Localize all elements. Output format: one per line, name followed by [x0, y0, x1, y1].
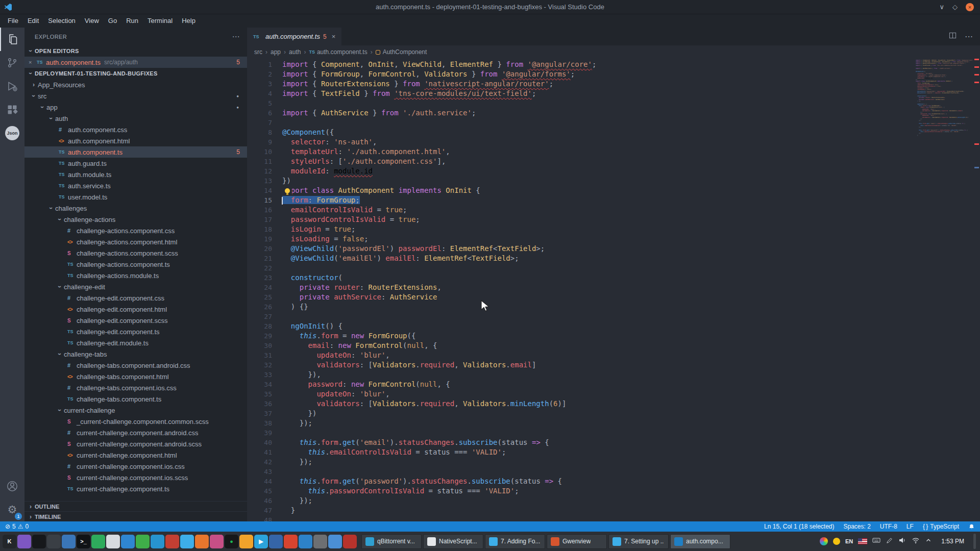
task-Gwenview[interactable]: Gwenview [547, 534, 607, 549]
problems-status[interactable]: ⊘ 5 ⚠ 0 [5, 523, 29, 530]
code-line-48[interactable]: 48 [247, 515, 914, 521]
tab-auth-component-ts[interactable]: TS auth.component.ts 5 × [247, 28, 341, 45]
notifications-bell-icon[interactable] [968, 523, 975, 530]
code-line-18[interactable]: 18 isLogin = true; [247, 224, 914, 234]
file-auth.module.ts[interactable]: TSauth.module.ts [24, 169, 247, 180]
menu-selection[interactable]: Selection [43, 14, 80, 28]
code-line-15[interactable]: 15 form: FormGroup; [247, 195, 914, 205]
code-line-29[interactable]: 29 this.form = new FormGroup({ [247, 331, 914, 341]
close-button[interactable]: × [966, 3, 974, 11]
code-line-4[interactable]: 4import { TextField } from 'tns-core-mod… [247, 89, 914, 98]
folder-App_Resources[interactable]: ›App_Resources [24, 79, 247, 90]
code-line-37[interactable]: 37 }) [247, 409, 914, 418]
code-line-38[interactable]: 38 }); [247, 418, 914, 428]
code-line-33[interactable]: 33 }), [247, 370, 914, 380]
code-line-10[interactable]: 10 templateUrl: './auth.component.html', [247, 147, 914, 157]
code-line-32[interactable]: 32 validators: [Validators.required, Val… [247, 360, 914, 370]
eol-status[interactable]: LF [906, 523, 914, 530]
us-flag-icon[interactable] [858, 538, 867, 544]
overview-ruler[interactable] [973, 59, 980, 521]
app-launcher-icon[interactable] [210, 535, 224, 548]
split-editor-icon[interactable] [949, 32, 957, 41]
file-auth.guard.ts[interactable]: TSauth.guard.ts [24, 158, 247, 169]
file-challenge-edit.component.html[interactable]: <>challenge-edit.component.html [24, 304, 247, 315]
app-launcher-icon[interactable] [151, 535, 164, 548]
indentation-status[interactable]: Spaces: 2 [843, 523, 870, 530]
app-launcher-icon[interactable] [165, 535, 179, 548]
menu-view[interactable]: View [80, 14, 104, 28]
extensions-icon[interactable] [0, 98, 24, 121]
code-line-12[interactable]: 12 moduleId: module.id [247, 166, 914, 176]
file-challenge-edit.module.ts[interactable]: TSchallenge-edit.module.ts [24, 337, 247, 348]
code-line-20[interactable]: 20 @ViewChild('passwordEl') passwordEl: … [247, 244, 914, 254]
code-line-46[interactable]: 46 }); [247, 496, 914, 506]
breadcrumb-src[interactable]: src [254, 48, 262, 56]
minimap[interactable]: import { Component, OnInit, ViewChild, E… [916, 60, 973, 138]
task-7. Setting up ..[interactable]: 7. Setting up .. [608, 534, 669, 549]
file-challenge-edit.component.css[interactable]: #challenge-edit.component.css [24, 292, 247, 304]
task-qBittorrent v...[interactable]: qBittorrent v... [361, 534, 422, 549]
code-line-40[interactable]: 40 this.form.get('email').statusChanges.… [247, 438, 914, 447]
file-current-challenge.component.ios.scss[interactable]: Scurrent-challenge.component.ios.scss [24, 472, 247, 483]
breadcrumb-AuthComponent[interactable]: AuthComponent [376, 48, 427, 56]
file-challenge-tabs.component.html[interactable]: <>challenge-tabs.component.html [24, 371, 247, 382]
kde-menu-icon[interactable]: K [3, 535, 16, 548]
source-control-icon[interactable] [0, 51, 24, 74]
kate-icon[interactable] [180, 535, 194, 548]
code-line-43[interactable]: 43 [247, 467, 914, 477]
code-line-30[interactable]: 30 email: new FormControl(null, { [247, 341, 914, 350]
menu-edit[interactable]: Edit [23, 14, 43, 28]
file-auth.component.html[interactable]: <>auth.component.html [24, 135, 247, 146]
code-line-13[interactable]: 13}) [247, 176, 914, 186]
app-launcher-icon[interactable] [121, 535, 135, 548]
minimize-button[interactable]: ∨ [939, 3, 944, 11]
code-line-41[interactable]: 41 this.emailControlIsValid = status ===… [247, 447, 914, 457]
code-line-3[interactable]: 3import { RouterExtensions } from 'nativ… [247, 79, 914, 89]
folder-auth[interactable]: ›auth [24, 113, 247, 124]
editor-more-actions-icon[interactable]: ⋯ [965, 32, 973, 41]
file-current-challenge.component.android.css[interactable]: #current-challenge.component.android.css [24, 427, 247, 438]
settings-gear-icon[interactable]: ⚙ 1 [0, 498, 24, 521]
code-line-44[interactable]: 44 this.form.get('password').statusChang… [247, 477, 914, 486]
code-line-39[interactable]: 39 [247, 428, 914, 438]
app-launcher-icon[interactable] [106, 535, 120, 548]
open-editor-item[interactable]: × TS auth.component.ts src/app/auth 5 [24, 57, 247, 68]
app-launcher-icon[interactable] [284, 535, 298, 548]
file-current-challenge.component.ts[interactable]: TScurrent-challenge.component.ts [24, 483, 247, 494]
clock[interactable]: 1:53 PM [941, 538, 964, 545]
file-current-challenge.component.ios.css[interactable]: #current-challenge.component.ios.css [24, 461, 247, 472]
code-line-35[interactable]: 35 updateOn: 'blur', [247, 389, 914, 399]
code-line-16[interactable]: 16 emailControlIsValid = true; [247, 205, 914, 215]
folder-current-challenge[interactable]: ›current-challenge [24, 405, 247, 416]
folder-challenges[interactable]: ›challenges [24, 203, 247, 214]
app-launcher-icon[interactable] [17, 535, 31, 548]
accounts-icon[interactable] [0, 474, 24, 498]
file-auth.component.css[interactable]: #auth.component.css [24, 124, 247, 135]
outline-section[interactable]: › OUTLINE [24, 501, 247, 511]
app-launcher-icon[interactable] [32, 535, 46, 548]
file-challenge-actions.component.html[interactable]: <>challenge-actions.component.html [24, 236, 247, 247]
code-line-23[interactable]: 23 constructor( [247, 273, 914, 283]
menu-go[interactable]: Go [104, 14, 121, 28]
maximize-button[interactable]: ◇ [952, 3, 958, 11]
peek-desktop-button[interactable] [973, 534, 976, 549]
stylus-icon[interactable] [886, 537, 893, 546]
file-challenge-tabs.component.android.css[interactable]: #challenge-tabs.component.android.css [24, 360, 247, 371]
expand-tray-chevron-icon[interactable] [925, 537, 932, 546]
timeline-section[interactable]: › TIMELINE [24, 511, 247, 521]
keyboard-icon[interactable] [872, 536, 880, 546]
language-status[interactable]: { } TypeScript [923, 523, 959, 530]
keyboard-layout-indicator[interactable]: EN [845, 538, 853, 544]
pager-icon[interactable] [47, 535, 61, 548]
file-current-challenge.component.android.scss[interactable]: Scurrent-challenge.component.android.scs… [24, 438, 247, 449]
code-line-17[interactable]: 17 passwordControlIsValid = true; [247, 215, 914, 224]
code-line-27[interactable]: 27 [247, 312, 914, 321]
file-auth.component.ts[interactable]: TSauth.component.ts5 [24, 146, 247, 158]
code-line-7[interactable]: 7 [247, 118, 914, 128]
telegram-icon[interactable]: ▶ [254, 535, 268, 548]
file-challenge-actions.component.css[interactable]: #challenge-actions.component.css [24, 225, 247, 236]
code-line-31[interactable]: 31 updateOn: 'blur', [247, 350, 914, 360]
code-line-25[interactable]: 25 private authService: AuthService [247, 292, 914, 302]
code-line-42[interactable]: 42 }); [247, 457, 914, 467]
code-line-26[interactable]: 26 ) {} [247, 302, 914, 312]
